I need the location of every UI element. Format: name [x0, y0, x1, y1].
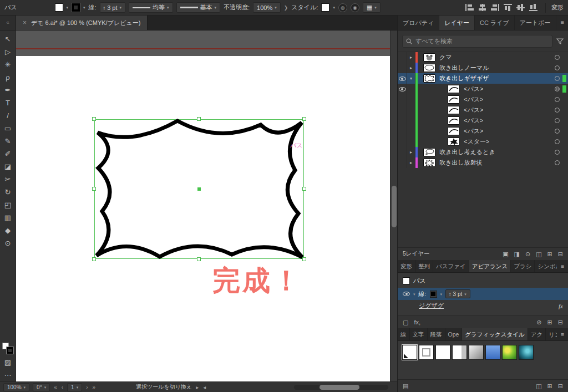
layer-name[interactable]: <パス>	[464, 116, 483, 125]
gradient-tool[interactable]: ▥	[0, 211, 16, 224]
target-circle[interactable]	[555, 118, 560, 123]
effect-row[interactable]: ジグザグ fx	[398, 300, 568, 312]
artboard-select[interactable]: 1 ▾	[67, 383, 82, 391]
align-top-icon[interactable]	[504, 4, 512, 11]
appearance-stroke-weight[interactable]: ▴▾ 3 pt ▾	[445, 289, 470, 298]
style-plain[interactable]	[435, 345, 450, 360]
filter-icon[interactable]	[556, 38, 564, 44]
align-right-icon[interactable]	[491, 4, 499, 11]
tab-align[interactable]: 整列	[415, 260, 433, 272]
pencil-tool[interactable]: ✐	[0, 147, 16, 160]
lasso-tool[interactable]: ρ	[0, 71, 16, 84]
new-layer-icon[interactable]: ⊞	[547, 251, 552, 257]
document-tab[interactable]: × デモ 6.ai* @ 100 % (CMYK/プレビュー)	[16, 16, 148, 30]
layer-row[interactable]: <パス>	[398, 84, 568, 94]
style-green[interactable]	[502, 345, 517, 360]
duplicate-item-icon[interactable]: ⊞	[547, 319, 552, 325]
vertical-scrollbar[interactable]	[390, 30, 397, 381]
appearance-stroke-swatch[interactable]	[430, 291, 437, 298]
layer-name[interactable]: 吹き出し放射状	[439, 159, 483, 167]
target-circle[interactable]	[555, 86, 560, 91]
artboard-number[interactable]: 1	[71, 384, 74, 390]
eraser-tool[interactable]: ◪	[0, 160, 16, 173]
recolor-artwork-icon[interactable]: ◍	[338, 3, 347, 12]
add-stroke-icon[interactable]: ▢	[403, 319, 408, 325]
target-circle[interactable]	[555, 139, 560, 144]
next-artboard-icon[interactable]: ›	[85, 384, 88, 390]
visibility-toggle[interactable]	[398, 115, 407, 126]
tab-pathfinder[interactable]: パスファイ	[433, 260, 469, 272]
layer-row[interactable]: ▸クマ	[398, 52, 568, 63]
visibility-toggle[interactable]	[398, 73, 407, 84]
selection-handle[interactable]	[302, 117, 306, 121]
scale-tool[interactable]: ◰	[0, 198, 16, 211]
selection-tool[interactable]: ↖	[0, 33, 16, 45]
tab-actions[interactable]: アク	[528, 328, 546, 340]
visibility-toggle[interactable]	[398, 94, 407, 105]
chevron-down-icon[interactable]: ▾	[464, 292, 466, 296]
more-tools-icon[interactable]: ⋯	[0, 369, 16, 381]
effect-name[interactable]: ジグザグ	[419, 302, 444, 310]
scissors-tool[interactable]: ✂	[0, 173, 16, 186]
selection-handle[interactable]	[197, 257, 201, 261]
target-circle[interactable]	[555, 150, 560, 155]
chevron-down-icon[interactable]: ▾	[44, 385, 47, 389]
canvas[interactable]: パス 完成！	[16, 30, 390, 381]
visibility-toggle[interactable]	[398, 136, 407, 147]
rotation-select[interactable]: 0° ▾	[33, 383, 50, 391]
tab-transform[interactable]: 変形	[398, 260, 415, 272]
fill-dropdown-icon[interactable]: ▾	[67, 6, 69, 9]
new-style-icon[interactable]: ⊞	[547, 383, 552, 389]
layer-row[interactable]: <パス>	[398, 94, 568, 105]
panel-menu-icon[interactable]: ≡	[557, 328, 568, 340]
opacity-value[interactable]: 100%	[257, 4, 272, 11]
visibility-toggle[interactable]	[398, 147, 407, 157]
panel-menu-icon[interactable]: ≡	[557, 260, 568, 272]
layer-name[interactable]: 吹き出し考えるとき	[439, 148, 495, 156]
stroke-weight-value[interactable]: 3 pt	[107, 4, 117, 11]
draw-mode-icon[interactable]: ▨	[0, 356, 16, 369]
selection-handle[interactable]	[92, 187, 96, 191]
layer-row[interactable]: ▸吹き出し放射状	[398, 157, 568, 168]
selection-handle[interactable]	[92, 117, 96, 121]
chevron-down-icon[interactable]: ▾	[119, 6, 121, 9]
fill-stroke-indicator[interactable]	[2, 343, 13, 354]
tab-properties[interactable]: プロパティ	[398, 16, 439, 30]
panel-menu-icon[interactable]: ≡	[557, 16, 568, 30]
zoom-value[interactable]: 100%	[7, 384, 22, 390]
stepper-arrows-icon[interactable]: ▴▾	[449, 292, 451, 296]
pen-tool[interactable]: ✒	[0, 84, 16, 96]
tab-layers[interactable]: レイヤー	[439, 16, 475, 30]
stroke-color-swatch[interactable]	[72, 3, 80, 12]
more-options-icon[interactable]: ❯	[284, 5, 288, 11]
layer-name[interactable]: 吹き出しギザギザ	[439, 74, 489, 83]
selection-handle[interactable]	[197, 117, 201, 121]
horizontal-scrollbar[interactable]	[294, 385, 388, 390]
selection-handle[interactable]	[302, 257, 306, 261]
tab-links[interactable]: リン	[546, 328, 557, 340]
chevron-down-icon[interactable]: ▾	[24, 385, 26, 389]
visibility-toggle[interactable]	[398, 84, 407, 94]
target-circle[interactable]	[555, 76, 560, 81]
selection-handle[interactable]	[92, 257, 96, 261]
layer-row[interactable]: ▸吹き出し考えるとき	[398, 147, 568, 157]
document-setup-button[interactable]: ▦▾	[363, 2, 381, 13]
target-circle[interactable]	[555, 108, 560, 113]
type-tool[interactable]: T	[0, 96, 16, 109]
stepper-arrows-icon[interactable]: ▴▾	[104, 6, 105, 10]
delete-icon[interactable]: ⊟	[558, 251, 563, 257]
selection-handle[interactable]	[302, 187, 306, 191]
fill-color-swatch[interactable]	[55, 3, 63, 12]
locate-object-icon[interactable]: ◨	[514, 251, 520, 257]
layer-name[interactable]: <パス>	[464, 95, 483, 104]
target-circle[interactable]	[555, 55, 560, 60]
target-circle[interactable]	[555, 129, 560, 134]
visibility-toggle[interactable]	[398, 63, 407, 73]
chevron-down-icon[interactable]: ▾	[167, 6, 169, 9]
layer-row[interactable]: <スター>	[398, 136, 568, 147]
rectangle-tool[interactable]: ▭	[0, 122, 16, 135]
stroke-attribute-row[interactable]: ▾ 線: ▾ ▴▾ 3 pt ▾	[398, 288, 568, 300]
style-gray[interactable]	[469, 345, 484, 360]
tab-symbols[interactable]: シンボル	[535, 260, 556, 272]
expand-arrow-icon[interactable]: ▸	[407, 157, 415, 168]
